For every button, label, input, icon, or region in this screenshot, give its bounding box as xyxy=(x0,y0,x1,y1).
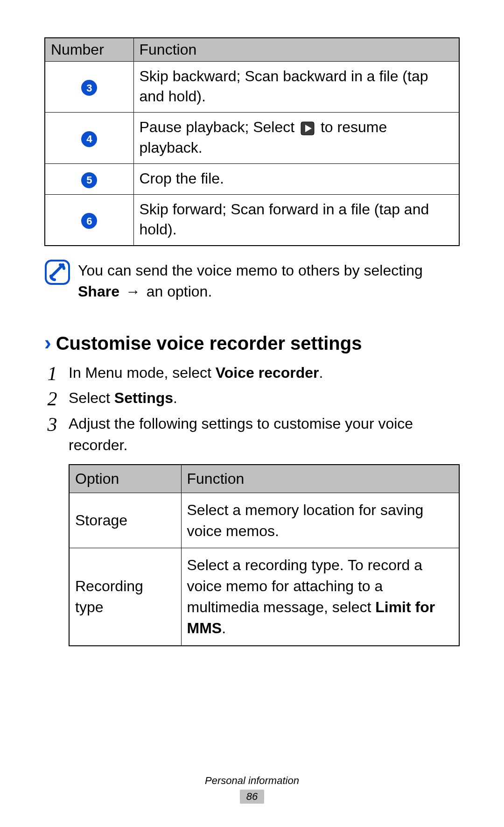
step-body: In Menu mode, select Voice recorder. xyxy=(69,362,460,383)
step-item: 3 Adjust the following settings to custo… xyxy=(44,413,460,646)
step-bold: Settings xyxy=(114,389,173,406)
note-callout: You can send the voice memo to others by… xyxy=(44,259,460,302)
step-post: . xyxy=(319,364,323,381)
step-pre: In Menu mode, select xyxy=(69,364,216,381)
number-cell: 6 xyxy=(45,194,133,246)
note-pre: You can send the voice memo to others by… xyxy=(78,262,423,279)
note-bold: Share xyxy=(78,283,119,300)
table-header-row: Option Function xyxy=(69,465,459,493)
number-badge-5-icon: 5 xyxy=(81,172,97,188)
desc-pre: Pause playback; Select xyxy=(140,119,299,135)
header-function: Function xyxy=(133,38,459,62)
page-number: 86 xyxy=(240,790,264,804)
header-function: Function xyxy=(181,465,459,493)
number-badge-4-icon: 4 xyxy=(81,131,97,147)
header-option: Option xyxy=(69,465,181,493)
header-number: Number xyxy=(45,38,133,62)
steps-list: 1 In Menu mode, select Voice recorder. 2… xyxy=(44,362,460,646)
number-cell: 3 xyxy=(45,62,133,113)
settings-options-table: Option Function Storage Select a memory … xyxy=(69,464,460,646)
number-badge-3-icon: 3 xyxy=(81,80,97,96)
step-item: 1 In Menu mode, select Voice recorder. xyxy=(44,362,460,383)
section-heading: › Customise voice recorder settings xyxy=(44,331,460,354)
step-number: 3 xyxy=(44,413,60,434)
step-body: Select Settings. xyxy=(69,387,460,409)
function-cell: Pause playback; Select to resume playbac… xyxy=(133,113,459,163)
step-item: 2 Select Settings. xyxy=(44,387,460,409)
note-post: an option. xyxy=(142,283,212,300)
table-header-row: Number Function xyxy=(45,38,459,62)
number-cell: 4 xyxy=(45,113,133,163)
function-cell: Select a memory location for saving voic… xyxy=(181,493,459,548)
note-text: You can send the voice memo to others by… xyxy=(78,259,460,302)
function-cell: Skip backward; Scan backward in a file (… xyxy=(133,62,459,113)
section-title: Customise voice recorder settings xyxy=(56,333,362,354)
step-pre: Select xyxy=(69,389,114,406)
playback-controls-table: Number Function 3 Skip backward; Scan ba… xyxy=(44,37,460,246)
table-row: 4 Pause playback; Select to resume playb… xyxy=(45,113,459,163)
play-icon xyxy=(301,121,315,135)
function-cell: Select a recording type. To record a voi… xyxy=(181,548,459,646)
page-footer: Personal information 86 xyxy=(0,775,504,804)
table-row: 5 Crop the file. xyxy=(45,163,459,194)
arrow-icon: → xyxy=(126,283,140,300)
option-cell: Recording type xyxy=(69,548,181,646)
function-cell: Crop the file. xyxy=(133,163,459,194)
page: Number Function 3 Skip backward; Scan ba… xyxy=(0,0,504,827)
number-badge-6-icon: 6 xyxy=(81,213,97,229)
table-row: 3 Skip backward; Scan backward in a file… xyxy=(45,62,459,113)
step-pre: Adjust the following settings to customi… xyxy=(69,415,413,453)
chevron-right-icon: › xyxy=(44,331,51,354)
desc-post: . xyxy=(222,620,226,636)
step-bold: Voice recorder xyxy=(216,364,319,381)
table-row: Storage Select a memory location for sav… xyxy=(69,493,459,548)
note-icon xyxy=(44,259,70,285)
option-cell: Storage xyxy=(69,493,181,548)
footer-section-label: Personal information xyxy=(0,775,504,787)
table-row: 6 Skip forward; Scan forward in a file (… xyxy=(45,194,459,246)
step-post: . xyxy=(173,389,177,406)
step-number: 2 xyxy=(44,387,60,409)
number-cell: 5 xyxy=(45,163,133,194)
step-body: Adjust the following settings to customi… xyxy=(69,413,460,646)
function-cell: Skip forward; Scan forward in a file (ta… xyxy=(133,194,459,246)
table-row: Recording type Select a recording type. … xyxy=(69,548,459,646)
step-number: 1 xyxy=(44,362,60,383)
